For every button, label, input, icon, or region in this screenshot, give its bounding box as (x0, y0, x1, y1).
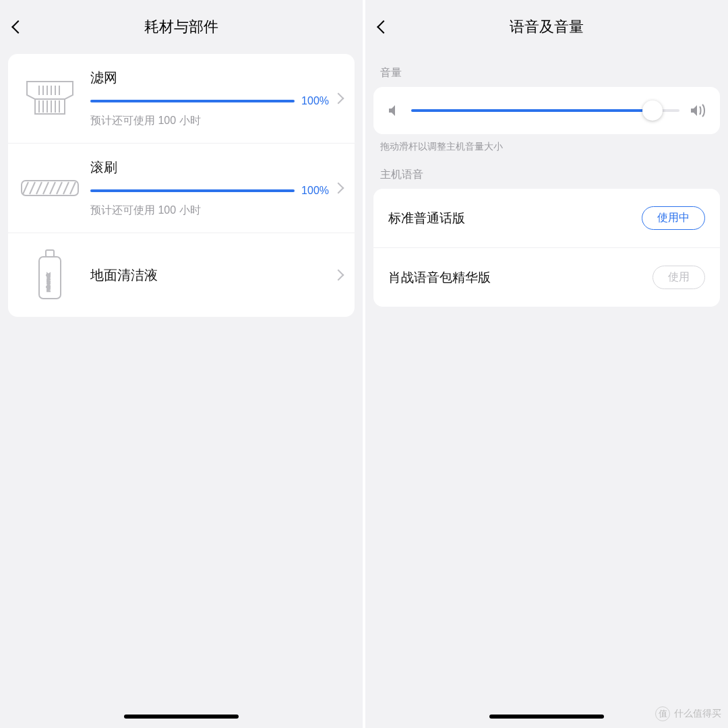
consumable-name: 滤网 (90, 69, 329, 87)
voice-name: 肖战语音包精华版 (388, 269, 491, 286)
progress-bar (90, 189, 295, 192)
progress: 100% (90, 95, 329, 107)
voice-use-button[interactable]: 使用 (653, 266, 705, 289)
progress: 100% (90, 185, 329, 197)
svg-line-20 (70, 182, 75, 194)
speaker-low-icon (387, 103, 402, 118)
watermark-text: 什么值得买 (674, 708, 721, 720)
consumable-subtext: 预计还可使用 100 小时 (90, 204, 329, 218)
svg-line-17 (50, 182, 55, 194)
chevron-right-icon (333, 270, 344, 281)
brush-icon (20, 161, 80, 215)
consumable-subtext: 预计还可使用 100 小时 (90, 114, 329, 128)
consumable-row-liquid[interactable]: roborock 地面清洁液 (8, 233, 355, 317)
home-indicator (124, 715, 239, 719)
svg-rect-21 (46, 250, 54, 257)
speaker-high-icon (689, 103, 706, 118)
voice-use-button[interactable]: 使用中 (642, 206, 705, 230)
chevron-right-icon (333, 93, 344, 104)
consumables-panel: 耗材与部件 滤网 (0, 0, 363, 728)
voice-card: 标准普通话版 使用中 肖战语音包精华版 使用 (373, 189, 720, 307)
voice-name: 标准普通话版 (388, 210, 465, 227)
page-title: 语音及音量 (365, 17, 728, 37)
progress-fill (90, 100, 295, 102)
progress-bar (90, 100, 295, 102)
header: 语音及音量 (365, 0, 728, 54)
volume-hint: 拖动滑杆以调整主机音量大小 (365, 134, 728, 156)
header: 耗材与部件 (0, 0, 363, 54)
svg-line-15 (36, 182, 42, 194)
consumable-info: 滚刷 100% 预计还可使用 100 小时 (90, 158, 329, 218)
progress-fill (90, 189, 295, 192)
volume-section-label: 音量 (365, 54, 728, 87)
voice-row-standard: 标准普通话版 使用中 (373, 189, 720, 248)
svg-line-16 (43, 182, 49, 194)
voice-section-label: 主机语音 (365, 156, 728, 189)
consumable-name: 地面清洁液 (90, 266, 329, 284)
home-indicator (489, 715, 604, 719)
filter-icon (20, 71, 80, 125)
consumable-row-brush[interactable]: 滚刷 100% 预计还可使用 100 小时 (8, 144, 355, 233)
liquid-icon: roborock (20, 248, 80, 302)
consumable-info: 地面清洁液 (90, 266, 329, 284)
svg-line-13 (23, 182, 28, 194)
back-icon[interactable] (377, 20, 390, 34)
watermark-logo: 值 (655, 706, 670, 721)
voice-panel: 语音及音量 音量 拖动滑杆以调整主机音量大小 主机语音 标准普通话版 使用中 肖… (365, 0, 728, 728)
consumable-name: 滚刷 (90, 158, 329, 177)
progress-percent: 100% (301, 95, 329, 107)
watermark: 值 什么值得买 (655, 706, 721, 721)
volume-card (373, 87, 720, 134)
volume-knob[interactable] (642, 100, 663, 121)
voice-row-xiaozhan: 肖战语音包精华版 使用 (373, 248, 720, 307)
chevron-right-icon (333, 183, 344, 194)
consumable-info: 滤网 100% 预计还可使用 100 小时 (90, 69, 329, 128)
page-title: 耗材与部件 (0, 17, 363, 37)
svg-line-14 (30, 182, 35, 194)
volume-slider[interactable] (411, 109, 679, 112)
svg-text:roborock: roborock (46, 273, 51, 292)
back-icon[interactable] (11, 20, 25, 34)
volume-fill (411, 109, 653, 112)
svg-line-19 (63, 182, 69, 194)
consumable-row-filter[interactable]: 滤网 100% 预计还可使用 100 小时 (8, 54, 355, 144)
progress-percent: 100% (301, 185, 329, 197)
svg-line-18 (57, 182, 62, 194)
volume-slider-row (373, 87, 720, 134)
consumables-card: 滤网 100% 预计还可使用 100 小时 (8, 54, 355, 317)
